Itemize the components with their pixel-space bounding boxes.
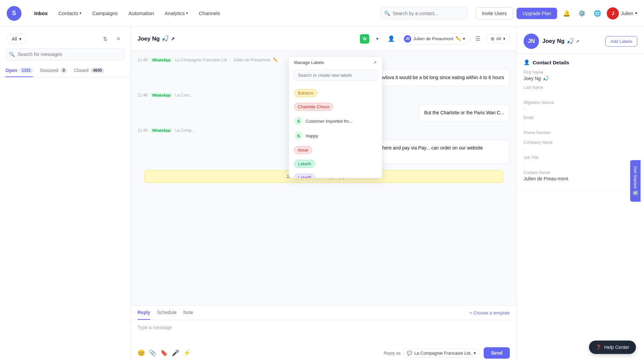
field-last-name-label: Last Name — [524, 85, 637, 90]
view-toggle[interactable]: ⊞ All ▾ — [486, 34, 510, 43]
user-menu[interactable]: J Julien ▾ — [607, 7, 637, 19]
chat-header-actions: W ▾ 👤 JD Julien de Preaumont ✏️ ▾ ☰ ⊞ Al… — [360, 33, 510, 45]
invite-users-button[interactable]: Invite Users — [476, 7, 513, 19]
left-sidebar: All ▾ ⇅ ≡ 🔍 Open 1151 Snoozed 0 Closed — [0, 27, 131, 362]
inbox-badge[interactable]: W — [360, 34, 369, 44]
msg2-time: 11:48 — [138, 93, 148, 98]
field-migration-source-label: Migration Source — [524, 100, 637, 105]
assignee-avatar: JD — [404, 35, 411, 43]
nav-link-automation[interactable]: Automation — [124, 8, 159, 19]
mic-icon[interactable]: 🎤 — [172, 349, 179, 357]
reply-tab-reply[interactable]: Reply — [138, 306, 150, 320]
bookmark-icon[interactable]: 🔖 — [160, 349, 168, 357]
manage-labels-text: Manage Labels — [294, 60, 324, 65]
tab-open-label: Open — [5, 68, 17, 73]
reply-tab-note[interactable]: Note — [183, 306, 194, 320]
manage-labels-bar: Manage Labels ↗ — [289, 57, 382, 66]
lightning-icon[interactable]: ⚡ — [183, 349, 191, 357]
nav-search-input[interactable] — [380, 7, 468, 19]
user-avatar: J — [607, 7, 619, 19]
label-item-babacio[interactable]: Babacio — [289, 86, 382, 100]
assign-icon[interactable]: 👤 — [385, 33, 397, 45]
label-item-issue[interactable]: Issue — [289, 143, 382, 157]
chevron-filter-icon: ▾ — [19, 36, 21, 42]
external-rp-icon[interactable]: ↗ — [576, 39, 579, 44]
label-item-charlotte[interactable]: Charlotte Choco — [289, 100, 382, 114]
label-item-customer[interactable]: S Customer imported fro... — [289, 114, 382, 128]
label-name-happy: Happy — [306, 133, 318, 138]
chat-filter-icon[interactable]: ☰ — [472, 33, 484, 45]
label-chip-labelb: LabelB — [294, 174, 315, 178]
nav-search-icon: 🔍 — [384, 10, 390, 16]
field-last-name-value: - — [524, 91, 637, 96]
manage-labels-link[interactable]: ↗ — [373, 60, 377, 65]
attach-icon[interactable]: 📎 — [149, 349, 156, 357]
get-started-tab[interactable]: Get Started ℹ️ — [630, 160, 640, 202]
msg2-text: But the Charlotte or the Paris Wan C... — [424, 110, 504, 115]
send-button[interactable]: Send — [484, 347, 510, 359]
labels-search-input[interactable] — [293, 70, 377, 81]
reply-as-chip[interactable]: 💬 La Compagnie Francaise Ltd. ▾ — [403, 349, 480, 358]
tab-snoozed[interactable]: Snoozed 0 — [40, 64, 67, 77]
search-bar-icon: 🔍 — [9, 52, 15, 57]
tab-closed-count: 4605 — [91, 68, 104, 73]
nav-link-analytics[interactable]: Analytics ▾ — [160, 8, 193, 19]
nav-search: 🔍 — [380, 7, 468, 19]
nav-link-campaigns[interactable]: Campaigns — [88, 8, 122, 19]
nav-link-channels[interactable]: Channels — [194, 8, 225, 19]
assignee-name: Julien de Preaumont — [413, 36, 453, 41]
help-center-button[interactable]: ❓ Help Center — [589, 341, 636, 354]
upgrade-plan-button[interactable]: Upgrade Plan — [517, 8, 557, 19]
reply-tab-schedule[interactable]: Schedule — [157, 306, 176, 320]
label-name-customer: Customer imported fro... — [306, 119, 353, 124]
view-label: All — [496, 36, 501, 41]
label-item-labela[interactable]: LabelA — [289, 157, 382, 171]
reply-area: Reply Schedule Note + Choose a template … — [131, 305, 517, 362]
notifications-icon[interactable]: 🔔 — [560, 7, 573, 19]
tab-snoozed-label: Snoozed — [40, 68, 58, 73]
tab-closed-label: Closed — [74, 68, 89, 73]
filter-all-button[interactable]: All ▾ — [7, 34, 26, 44]
label-chip-labela: LabelA — [294, 160, 315, 168]
msg3-company: La Comp... — [175, 128, 195, 133]
right-panel: JN Joey Ng 🎣 ↗ Add Labels 👤 Contact Deta… — [517, 27, 644, 362]
get-started-label: Get Started — [633, 166, 638, 188]
sort-icon[interactable]: ⇅ — [100, 34, 110, 44]
tab-closed[interactable]: Closed 4605 — [74, 64, 104, 77]
reply-as-label: Reply as — [384, 351, 401, 356]
sidebar-actions: ⇅ ≡ — [100, 34, 124, 44]
label-item-happy[interactable]: S Happy — [289, 128, 382, 143]
external-link-icon[interactable]: ↗ — [171, 36, 175, 42]
msg2-company: La Com... — [175, 93, 193, 98]
chevron-assignee-icon: ▾ — [463, 36, 465, 41]
field-contact-owner: Contact Owner Julien de Preau-mont — [524, 170, 637, 181]
template-chooser[interactable]: + Choose a template — [470, 306, 510, 320]
msg1-company: La Compagnie Francaise Ltd — [175, 58, 227, 62]
reply-as-section: Reply as 💬 La Compagnie Francaise Ltd. ▾ — [384, 349, 480, 358]
labels-search — [289, 66, 382, 84]
emoji-icon[interactable]: 😊 — [138, 349, 145, 357]
field-email-value: - — [524, 121, 637, 126]
search-messages-input[interactable] — [5, 48, 125, 60]
reply-input[interactable]: Type a message — [131, 320, 517, 344]
add-labels-button[interactable]: Add Labels — [605, 36, 637, 47]
nav-link-contacts[interactable]: Contacts ▾ — [54, 8, 86, 19]
field-company: Company Name - — [524, 140, 637, 151]
tab-open[interactable]: Open 1151 — [5, 64, 33, 77]
filter-label: All — [12, 36, 17, 42]
tab-snoozed-count: 0 — [60, 68, 67, 73]
filter-icon[interactable]: ≡ — [113, 34, 124, 44]
settings-icon[interactable]: ⚙️ — [576, 7, 588, 19]
assignee-chip[interactable]: JD Julien de Preaumont ✏️ ▾ — [399, 33, 469, 45]
field-phone: Phone Number — [524, 130, 637, 136]
nav-link-inbox[interactable]: Inbox — [30, 8, 52, 19]
labels-list: Babacio Charlotte Choco S Customer impor… — [289, 84, 382, 178]
nav-logo[interactable]: S — [7, 6, 21, 21]
field-company-value: - — [524, 146, 637, 151]
contact-name-panel: Joey Ng 🎣 ↗ — [542, 38, 579, 45]
label-item-labelb[interactable]: LabelB — [289, 171, 382, 178]
reply-footer: 😊 📎 🔖 🎤 ⚡ Reply as 💬 La Compagnie Franca… — [131, 344, 517, 362]
inbox-chevron-icon[interactable]: ▾ — [372, 34, 383, 44]
reply-as-sender: La Compagnie Francaise Ltd. — [414, 351, 472, 356]
globe-icon[interactable]: 🌐 — [591, 7, 603, 19]
